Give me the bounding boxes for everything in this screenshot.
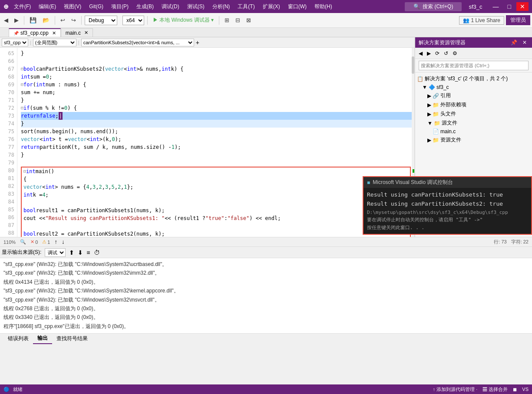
status-bar: 🔵 就绪 ↑ 添加到源代码管理 · ☰ 选择合并 ◼ VS [0, 384, 532, 394]
se-settings-button[interactable]: ⚙ [451, 49, 459, 57]
tab-mainc-close[interactable]: ✕ [84, 30, 88, 36]
debug-info1: 要在调试停止时自动关闭控制台，请启用 "工具" ->" [367, 216, 528, 224]
code-line-84 [23, 199, 408, 207]
output-btn2[interactable]: ⬇ [78, 249, 83, 256]
down-arrow-button[interactable]: ↓ [62, 239, 65, 245]
toolbar-misc2[interactable]: ⊟ [233, 16, 242, 25]
tree-header-icon: 📁 [433, 111, 439, 117]
live-share-button[interactable]: 👥 1 Live Share [459, 16, 504, 25]
run-button[interactable]: ▶ 本地 Windows 调试器 ▾ [151, 15, 216, 25]
warn-indicator[interactable]: ⚠ 1 [42, 239, 50, 245]
tab-error-list[interactable]: 错误列表 [3, 333, 33, 344]
platform-select[interactable]: x64 x86 [122, 16, 144, 25]
minimize-button[interactable]: — [489, 2, 502, 11]
output-line-6: 线程 0x2768 已退出，返回值为 0 (0x0)。 [3, 304, 529, 313]
function-select[interactable]: canPartitionKSubsets2(vector<int>& nums,… [81, 39, 194, 46]
code-line-76: vector<int> t = vector<int>(k, 0); [21, 135, 412, 143]
project-select[interactable]: sf3_cpp [2, 39, 28, 46]
code-line-73: return false;| [21, 112, 412, 120]
menu-analyze[interactable]: 分析(N) [210, 3, 233, 10]
tab-mainc[interactable]: main.c ✕ [61, 28, 93, 37]
zoom-icon[interactable]: 🔍 [20, 239, 26, 245]
se-back-button[interactable]: ◀ [417, 49, 424, 57]
toolbar-misc1[interactable]: ⊞ [222, 16, 231, 25]
title-bar: ⊕ 文件(F) 编辑(E) 视图(V) Git(G) 项目(P) 生成(B) 调… [0, 0, 532, 13]
tab-find-symbols[interactable]: 查找符号结果 [52, 333, 92, 344]
tree-item-resource-files[interactable]: ▶ 📁 资源文件 [415, 135, 532, 144]
se-search-input[interactable] [419, 61, 529, 70]
save-button[interactable]: 💾 [27, 16, 39, 25]
up-arrow-button[interactable]: ↑ [54, 239, 57, 245]
output-line-4: "sf3_cpp.exe" (Win32): 已加载 "C:\Windows\S… [3, 286, 529, 295]
toolbar-misc3[interactable]: ⊠ [244, 16, 253, 25]
se-refresh-button[interactable]: ↺ [442, 49, 450, 57]
back-button[interactable]: ◀ [2, 16, 10, 25]
code-editor[interactable]: } ⊟ bool canPartitionKSubsets2( vector <… [17, 48, 412, 237]
status-text: 就绪 [13, 386, 23, 393]
menu-window[interactable]: 窗口(W) [285, 3, 309, 10]
menu-build[interactable]: 生成(B) [134, 3, 156, 10]
tab-sf3cpp[interactable]: 📌 sf3_cpp.cpp ✕ [9, 28, 61, 37]
menu-test[interactable]: 测试(S) [185, 3, 207, 10]
debug-result1: Result using canPartitionKSubsets1: true [367, 190, 528, 200]
menu-tools[interactable]: 工具(T) [235, 3, 257, 10]
redo-button[interactable]: ↪ [69, 16, 78, 25]
tree-item-solution[interactable]: 📋 解决方案 'sf3_c' (2 个项目，共 2 个) [415, 74, 532, 83]
col-info: 字符: 22 [511, 239, 529, 245]
menu-git[interactable]: Git(G) [86, 3, 106, 10]
add-line-button[interactable]: + [196, 39, 199, 46]
debug-mode-select[interactable]: Debug Release [85, 16, 117, 25]
menu-file[interactable]: 文件(F) [11, 3, 33, 10]
code-line-71: } [21, 96, 412, 104]
output-content[interactable]: "sf3_cpp.exe" (Win32): 已加载 "C:\Windows\S… [0, 258, 532, 333]
tree-item-project[interactable]: ▼ 🔷 sf3_c [415, 83, 532, 91]
scroll-thumb[interactable] [412, 56, 414, 74]
output-line-5: "sf3_cpp.exe" (Win32): 已加载 "C:\Windows\S… [3, 296, 529, 304]
output-btn1[interactable]: ⬆ [69, 249, 74, 256]
tree-item-mainc[interactable]: 📄 main.c [415, 128, 532, 135]
tab-bar: 📌 sf3_cpp.cpp ✕ main.c ✕ [0, 28, 532, 37]
menu-debug[interactable]: 调试(D) [159, 3, 182, 10]
tree-item-source-files[interactable]: ▼ 📁 源文件 [415, 118, 532, 128]
scope-select[interactable]: (全局范围) [33, 39, 76, 46]
code-content[interactable]: 65 66 67 68 69 70 71 72 73 74 75 76 77 7… [0, 48, 414, 237]
se-pin-button[interactable]: 📌 [509, 39, 519, 46]
menu-edit[interactable]: 编辑(E) [36, 3, 59, 10]
open-button[interactable]: 📂 [40, 16, 52, 25]
output-source-select[interactable]: 调试 [45, 248, 66, 257]
menu-help[interactable]: 帮助(H) [312, 3, 335, 10]
close-button[interactable]: ✕ [516, 2, 529, 11]
error-indicator[interactable]: ✕ 0 [30, 239, 38, 245]
tab-output[interactable]: 输出 [33, 333, 52, 344]
menu-extensions[interactable]: 扩展(X) [260, 3, 283, 10]
menu-view[interactable]: 视图(V) [61, 3, 84, 10]
output-btn3[interactable]: ≡ [86, 249, 90, 256]
tab-sf3cpp-close[interactable]: ✕ [52, 30, 56, 36]
tree-extdep-icon: 📁 [433, 102, 439, 108]
se-close-button[interactable]: ✕ [521, 39, 529, 46]
error-count: 0 [35, 240, 38, 245]
debug-result2: Result using canPartitionKSubsets2: true [367, 200, 528, 209]
tree-item-header-files[interactable]: ▶ 📁 头文件 [415, 109, 532, 118]
code-toolbar-sep2: | [78, 40, 79, 45]
error-icon: ✕ [30, 239, 34, 245]
admin-button[interactable]: 管理员 [506, 15, 530, 25]
output-panel: 显示输出来源(S): 调试 ⬆ ⬇ ≡ ⏱ "sf3_cpp.exe" (Win… [0, 246, 532, 333]
output-btn4[interactable]: ⏱ [94, 249, 100, 256]
search-box[interactable]: 🔍 搜索 (Ctrl+Q) [405, 2, 462, 11]
se-title: 解决方案资源管理器 [419, 39, 466, 46]
sep4 [147, 16, 148, 25]
maximize-button[interactable]: □ [504, 2, 515, 11]
tree-item-extern-deps[interactable]: ▶ 📁 外部依赖项 [415, 100, 532, 109]
tree-item-references[interactable]: ▶ 🔗 引用 [415, 91, 532, 100]
undo-button[interactable]: ↩ [58, 16, 67, 25]
warn-icon: ⚠ [42, 239, 46, 245]
debug-console-icon: ■ [367, 180, 370, 186]
se-forward-button[interactable]: ▶ [425, 49, 433, 57]
se-sync-button[interactable]: ⟳ [433, 49, 441, 57]
menu-project[interactable]: 项目(P) [109, 3, 131, 10]
sep3 [81, 16, 82, 25]
encoding-label[interactable]: ☰ 选择合并 [482, 386, 508, 393]
forward-button[interactable]: ▶ [12, 16, 21, 25]
source-control-label[interactable]: ↑ 添加到源代码管理 · [433, 386, 478, 393]
